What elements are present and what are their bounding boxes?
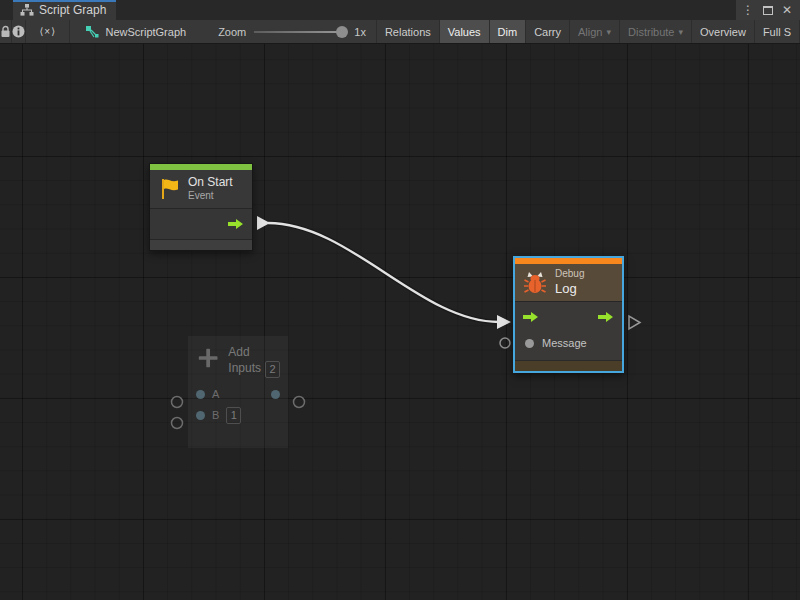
flow-output-arrow-icon[interactable]: [598, 311, 614, 323]
tab-label: Script Graph: [39, 3, 106, 17]
on-start-subtitle: Event: [188, 190, 233, 203]
zoom-control: Zoom 1x: [200, 20, 376, 43]
zoom-value: 1x: [354, 26, 366, 38]
graph-hierarchy-icon: [20, 4, 34, 16]
debug-footer: [515, 360, 622, 371]
script-graph-window: Script Graph ⋮ ✕ ⟨×⟩: [0, 0, 800, 600]
flag-icon: [158, 177, 180, 201]
toggle-dim[interactable]: Dim: [490, 20, 527, 43]
toggle-values-label: Values: [448, 26, 481, 38]
more-menu-icon[interactable]: ⋮: [742, 4, 754, 16]
add-a-external-port[interactable]: [172, 397, 183, 408]
graph-canvas[interactable]: On Start Event: [0, 44, 800, 600]
flow-input-arrow-icon[interactable]: [523, 311, 539, 323]
toggle-relations[interactable]: Relations: [376, 20, 440, 43]
add-output-port[interactable]: [271, 390, 280, 399]
port-a-input[interactable]: [196, 390, 205, 399]
toggle-dim-label: Dim: [498, 26, 518, 38]
tab-script-graph[interactable]: Script Graph: [13, 0, 116, 20]
lock-icon: [0, 25, 11, 38]
graph-toolbar: ⟨×⟩ NewScriptGraph Zoom 1x Relations Val…: [0, 20, 800, 44]
zoom-slider-handle[interactable]: [336, 26, 348, 38]
on-start-trigger-row: [150, 209, 252, 239]
chevron-down-icon: ▾: [679, 27, 684, 37]
graph-name-label: NewScriptGraph: [105, 26, 186, 38]
info-button[interactable]: [12, 20, 26, 43]
toggle-overview-label: Overview: [700, 26, 746, 38]
wire-start-arrow[interactable]: [257, 216, 270, 230]
script-graph-icon: [86, 26, 99, 38]
connection-wire[interactable]: [268, 223, 499, 322]
add-node-content: Add Inputs 2 A B 1: [188, 336, 288, 426]
debug-subtitle: Debug: [555, 268, 584, 281]
add-port-row-a: A: [188, 384, 288, 405]
close-icon[interactable]: ✕: [782, 4, 792, 16]
debug-exit-external-port[interactable]: [629, 316, 640, 329]
maximize-icon[interactable]: [763, 6, 773, 15]
debug-flow-row: [515, 302, 622, 332]
message-input-port[interactable]: [525, 339, 534, 348]
chevron-down-icon: ▾: [607, 27, 612, 37]
debug-message-row: Message: [515, 332, 622, 355]
toggle-carry-label: Carry: [534, 26, 561, 38]
on-start-header: On Start Event: [150, 170, 252, 208]
port-b-input[interactable]: [196, 411, 205, 420]
add-title-line2: Inputs: [228, 361, 261, 377]
toggle-fullscreen-label: Full S: [763, 26, 791, 38]
node-add[interactable]: Add Inputs 2 A B 1: [188, 336, 288, 448]
wire-layer: [0, 44, 800, 600]
port-b-value-field[interactable]: 1: [226, 407, 241, 424]
dropdown-distribute-label: Distribute: [628, 26, 674, 38]
dropdown-distribute[interactable]: Distribute ▾: [620, 20, 692, 43]
active-tab-highlight: [13, 0, 116, 2]
add-output-external-port[interactable]: [294, 397, 305, 408]
toggle-values[interactable]: Values: [440, 20, 490, 43]
add-header: Add Inputs 2: [188, 336, 288, 384]
tab-bar: Script Graph ⋮ ✕: [0, 0, 800, 20]
toggle-overview[interactable]: Overview: [692, 20, 755, 43]
code-preview-button[interactable]: ⟨×⟩: [26, 20, 70, 43]
debug-title: Log: [555, 281, 584, 297]
debug-header: Debug Log: [515, 264, 622, 301]
lock-button[interactable]: [0, 20, 12, 43]
dropdown-align[interactable]: Align ▾: [570, 20, 620, 43]
port-a-label: A: [212, 388, 219, 400]
message-label: Message: [542, 337, 587, 349]
on-start-title: On Start: [188, 175, 233, 190]
port-b-label: B: [212, 409, 219, 421]
dropdown-align-label: Align: [578, 26, 602, 38]
zoom-slider[interactable]: [254, 31, 346, 33]
toggle-fullscreen[interactable]: Full S: [755, 20, 800, 43]
zoom-label: Zoom: [218, 26, 246, 38]
add-title-line1: Add: [228, 345, 280, 361]
plus-icon: [196, 345, 220, 371]
debug-message-external-port[interactable]: [500, 338, 510, 348]
add-b-external-port[interactable]: [172, 418, 183, 429]
add-port-row-b: B 1: [188, 405, 288, 426]
connection-wire-halo: [268, 223, 499, 322]
node-debug-log[interactable]: Debug Log Message: [513, 256, 624, 373]
on-start-footer: [150, 239, 252, 250]
wire-end-arrow[interactable]: [497, 315, 511, 329]
graph-name-item[interactable]: NewScriptGraph: [70, 20, 200, 43]
info-icon: [12, 25, 25, 38]
bug-icon: [523, 270, 547, 295]
toggle-carry[interactable]: Carry: [526, 20, 570, 43]
node-on-start[interactable]: On Start Event: [149, 163, 253, 251]
code-icon: ⟨×⟩: [39, 26, 56, 37]
flow-output-arrow-icon[interactable]: [228, 218, 244, 230]
window-controls: ⋮ ✕: [736, 0, 800, 20]
toggle-relations-label: Relations: [385, 26, 431, 38]
add-input-count-field[interactable]: 2: [265, 361, 280, 378]
